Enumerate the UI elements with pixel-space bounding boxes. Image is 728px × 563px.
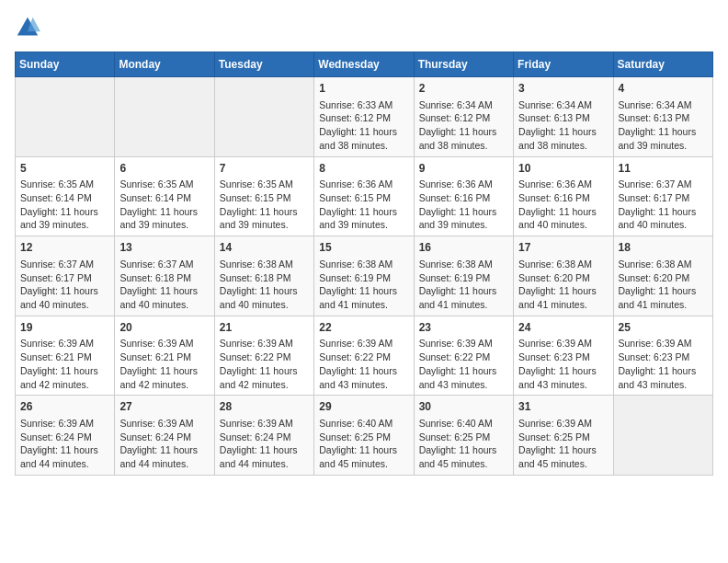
day-number: 12 [20,240,109,256]
logo [15,15,44,40]
day-info: Sunset: 6:25 PM [518,431,608,444]
calendar-cell: 12Sunrise: 6:37 AMSunset: 6:17 PMDayligh… [16,236,115,316]
calendar-cell: 14Sunrise: 6:38 AMSunset: 6:18 PMDayligh… [214,236,313,316]
calendar-cell: 15Sunrise: 6:38 AMSunset: 6:19 PMDayligh… [314,236,414,316]
day-info: Sunset: 6:23 PM [518,350,608,364]
day-number: 18 [619,240,708,256]
calendar-cell [16,77,115,157]
day-info: Sunset: 6:23 PM [619,350,708,364]
day-info: Sunrise: 6:38 AM [619,258,708,271]
day-info: Daylight: 11 hours and 44 minutes. [119,443,209,470]
day-info: Sunrise: 6:39 AM [119,417,209,431]
day-number: 29 [319,399,408,415]
day-info: Sunrise: 6:38 AM [518,258,608,271]
day-info: Sunrise: 6:33 AM [319,98,408,112]
day-info: Sunset: 6:21 PM [119,350,209,364]
calendar-cell: 4Sunrise: 6:34 AMSunset: 6:13 PMDaylight… [613,77,712,157]
calendar-cell: 13Sunrise: 6:37 AMSunset: 6:18 PMDayligh… [115,236,214,316]
day-number: 28 [220,399,309,415]
day-info: Sunrise: 6:38 AM [419,258,508,271]
week-row-5: 26Sunrise: 6:39 AMSunset: 6:24 PMDayligh… [16,396,713,476]
day-info: Daylight: 11 hours and 40 minutes. [119,284,209,311]
dow-monday: Monday [115,52,214,77]
day-info: Sunset: 6:25 PM [419,431,508,444]
dow-thursday: Thursday [414,52,513,77]
day-number: 20 [119,320,209,336]
day-info: Daylight: 11 hours and 39 minutes. [419,205,508,232]
calendar-cell: 25Sunrise: 6:39 AMSunset: 6:23 PMDayligh… [613,316,712,396]
day-number: 21 [220,320,309,336]
day-number: 30 [419,399,508,415]
day-info: Daylight: 11 hours and 43 minutes. [619,364,708,391]
calendar-cell: 6Sunrise: 6:35 AMSunset: 6:14 PMDaylight… [115,156,214,236]
day-info: Sunrise: 6:39 AM [20,337,109,350]
day-number: 25 [619,320,708,336]
day-info: Sunset: 6:12 PM [319,111,408,125]
day-info: Sunrise: 6:39 AM [220,417,309,431]
day-info: Daylight: 11 hours and 39 minutes. [319,205,408,232]
day-info: Sunset: 6:16 PM [518,191,608,205]
day-info: Sunrise: 6:34 AM [419,98,508,112]
day-number: 17 [518,240,608,256]
day-info: Daylight: 11 hours and 43 minutes. [319,364,408,391]
day-number: 7 [220,161,309,177]
day-info: Daylight: 11 hours and 40 minutes. [220,284,309,311]
day-number: 14 [220,240,309,256]
day-info: Sunrise: 6:37 AM [20,258,109,271]
day-number: 3 [518,81,608,97]
day-info: Sunrise: 6:39 AM [220,337,309,350]
day-info: Daylight: 11 hours and 44 minutes. [20,443,109,470]
week-row-4: 19Sunrise: 6:39 AMSunset: 6:21 PMDayligh… [16,316,713,396]
calendar-cell: 2Sunrise: 6:34 AMSunset: 6:12 PMDaylight… [414,77,513,157]
day-info: Daylight: 11 hours and 39 minutes. [119,205,209,232]
day-info: Sunset: 6:24 PM [220,431,309,444]
day-info: Sunset: 6:18 PM [220,271,309,285]
day-info: Sunset: 6:12 PM [419,111,508,125]
day-info: Sunset: 6:13 PM [518,111,608,125]
day-info: Daylight: 11 hours and 45 minutes. [518,443,608,470]
day-info: Sunrise: 6:38 AM [220,258,309,271]
day-number: 15 [319,240,408,256]
dow-wednesday: Wednesday [314,52,414,77]
calendar-cell: 1Sunrise: 6:33 AMSunset: 6:12 PMDaylight… [314,77,414,157]
day-info: Daylight: 11 hours and 41 minutes. [619,284,708,311]
calendar-cell: 31Sunrise: 6:39 AMSunset: 6:25 PMDayligh… [514,396,613,476]
day-number: 11 [619,161,708,177]
day-info: Sunrise: 6:40 AM [319,417,408,431]
calendar-cell [115,77,214,157]
day-number: 16 [419,240,508,256]
day-number: 2 [419,81,508,97]
day-info: Sunrise: 6:39 AM [419,337,508,350]
calendar-header: SundayMondayTuesdayWednesdayThursdayFrid… [16,52,713,77]
day-info: Daylight: 11 hours and 38 minutes. [319,125,408,152]
calendar-cell: 7Sunrise: 6:35 AMSunset: 6:15 PMDaylight… [214,156,313,236]
day-info: Sunset: 6:24 PM [119,431,209,444]
calendar-cell: 29Sunrise: 6:40 AMSunset: 6:25 PMDayligh… [314,396,414,476]
day-number: 6 [119,161,209,177]
calendar-cell: 18Sunrise: 6:38 AMSunset: 6:20 PMDayligh… [613,236,712,316]
calendar-cell: 28Sunrise: 6:39 AMSunset: 6:24 PMDayligh… [214,396,313,476]
day-number: 24 [518,320,608,336]
day-info: Daylight: 11 hours and 45 minutes. [419,443,508,470]
calendar-cell: 22Sunrise: 6:39 AMSunset: 6:22 PMDayligh… [314,316,414,396]
day-info: Sunrise: 6:39 AM [518,337,608,350]
calendar-cell: 17Sunrise: 6:38 AMSunset: 6:20 PMDayligh… [514,236,613,316]
week-row-2: 5Sunrise: 6:35 AMSunset: 6:14 PMDaylight… [16,156,713,236]
calendar-cell: 27Sunrise: 6:39 AMSunset: 6:24 PMDayligh… [115,396,214,476]
day-number: 26 [20,399,109,415]
day-info: Sunset: 6:15 PM [319,191,408,205]
day-info: Sunset: 6:19 PM [319,271,408,285]
day-info: Daylight: 11 hours and 40 minutes. [518,205,608,232]
calendar-cell: 10Sunrise: 6:36 AMSunset: 6:16 PMDayligh… [514,156,613,236]
day-info: Sunrise: 6:40 AM [419,417,508,431]
day-info: Daylight: 11 hours and 38 minutes. [518,125,608,152]
calendar-cell: 19Sunrise: 6:39 AMSunset: 6:21 PMDayligh… [16,316,115,396]
day-info: Sunset: 6:17 PM [619,191,708,205]
calendar-cell: 23Sunrise: 6:39 AMSunset: 6:22 PMDayligh… [414,316,513,396]
day-info: Sunrise: 6:36 AM [419,178,508,191]
calendar-cell: 20Sunrise: 6:39 AMSunset: 6:21 PMDayligh… [115,316,214,396]
day-info: Daylight: 11 hours and 39 minutes. [20,205,109,232]
day-info: Daylight: 11 hours and 40 minutes. [619,205,708,232]
day-info: Daylight: 11 hours and 43 minutes. [518,364,608,391]
day-info: Sunset: 6:22 PM [220,350,309,364]
